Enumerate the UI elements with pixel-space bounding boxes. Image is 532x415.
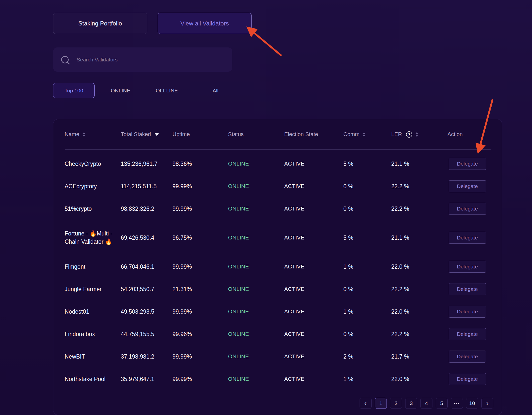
help-circle-icon[interactable]: ? bbox=[406, 131, 412, 138]
pagination-prev-button[interactable]: ‹ bbox=[360, 398, 372, 409]
cell-ler: 22.0 % bbox=[391, 376, 447, 383]
cell-comm: 5 % bbox=[343, 234, 391, 241]
cell-action: Delegate bbox=[447, 283, 489, 295]
filter-tab-online[interactable]: ONLINE bbox=[111, 83, 130, 98]
filter-tabs: Top 100ONLINEOFFLINEAll bbox=[53, 83, 218, 98]
pagination-page-1[interactable]: 1 bbox=[375, 398, 387, 409]
cell-comm: 0 % bbox=[343, 286, 391, 293]
cell-uptime: 99.99% bbox=[172, 183, 228, 190]
table-row-nodest01: Nodest0149,503,293.599.99%ONLINEACTIVE1 … bbox=[53, 300, 502, 323]
cell-action: Delegate bbox=[447, 158, 489, 170]
cell-name: Fortune - 🔥Multi -Chain Validator 🔥 bbox=[65, 229, 121, 246]
cell-name: Fimgent bbox=[65, 263, 121, 271]
cell-total-staked: 44,759,155.5 bbox=[121, 331, 172, 338]
annotation-arrow-view-all bbox=[249, 28, 281, 56]
cell-election-state: ACTIVE bbox=[284, 234, 343, 241]
column-label: Uptime bbox=[172, 131, 190, 138]
column-label: Action bbox=[447, 131, 463, 138]
cell-uptime: 21.31% bbox=[172, 286, 228, 293]
cell-election-state: ACTIVE bbox=[284, 331, 343, 337]
filter-tab-offline[interactable]: OFFLINE bbox=[156, 83, 178, 98]
column-header-comm[interactable]: Comm bbox=[343, 131, 391, 138]
search-icon bbox=[61, 56, 69, 63]
cell-total-staked: 66,704,046.1 bbox=[121, 263, 172, 270]
search-box[interactable] bbox=[53, 47, 232, 72]
cell-uptime: 96.75% bbox=[172, 234, 228, 241]
cell-status: ONLINE bbox=[228, 376, 284, 382]
cell-total-staked: 37,198,981.2 bbox=[121, 353, 172, 360]
validators-table-card: NameTotal StakedUptimeStatusElection Sta… bbox=[53, 119, 502, 415]
column-header-total-staked[interactable]: Total Staked bbox=[121, 131, 172, 138]
cell-name: Jungle Farmer bbox=[65, 285, 121, 293]
sort-arrows-icon bbox=[363, 132, 366, 137]
cell-total-staked: 49,503,293.5 bbox=[121, 308, 172, 315]
delegate-button[interactable]: Delegate bbox=[449, 180, 486, 192]
cell-action: Delegate bbox=[447, 261, 489, 273]
cell-total-staked: 54,203,550.7 bbox=[121, 286, 172, 293]
delegate-button[interactable]: Delegate bbox=[449, 203, 486, 215]
table-row-fortune-multi-chain-validator: Fortune - 🔥Multi -Chain Validator 🔥69,42… bbox=[53, 220, 502, 255]
column-header-ler[interactable]: LER? bbox=[391, 131, 447, 138]
pagination-page-5[interactable]: 5 bbox=[436, 398, 448, 409]
cell-action: Delegate bbox=[447, 328, 489, 340]
pagination-ellipsis[interactable]: ••• bbox=[451, 398, 463, 409]
column-label: Election State bbox=[284, 131, 318, 138]
cell-status: ONLINE bbox=[228, 308, 284, 315]
pagination-next-button[interactable]: › bbox=[481, 398, 493, 409]
pagination-page-3[interactable]: 3 bbox=[405, 398, 417, 409]
column-header-status: Status bbox=[228, 131, 284, 138]
tab-staking-portfolio[interactable]: Staking Portfolio bbox=[53, 13, 147, 34]
validator-rows: CheekyCrypto135,236,961.798.36%ONLINEACT… bbox=[53, 150, 502, 390]
cell-status: ONLINE bbox=[228, 263, 284, 270]
cell-ler: 21.7 % bbox=[391, 353, 447, 360]
cell-comm: 1 % bbox=[343, 308, 391, 315]
cell-ler: 22.2 % bbox=[391, 183, 447, 190]
search-input[interactable] bbox=[76, 56, 224, 63]
pagination-page-10[interactable]: 10 bbox=[466, 398, 478, 409]
column-header-election-state: Election State bbox=[284, 131, 343, 138]
table-row-northstake-pool: Northstake Pool35,979,647.199.99%ONLINEA… bbox=[53, 368, 502, 390]
cell-total-staked: 35,979,647.1 bbox=[121, 376, 172, 383]
cell-status: ONLINE bbox=[228, 286, 284, 292]
cell-action: Delegate bbox=[447, 232, 489, 244]
cell-action: Delegate bbox=[447, 203, 489, 215]
cell-comm: 1 % bbox=[343, 263, 391, 270]
cell-election-state: ACTIVE bbox=[284, 206, 343, 212]
tab-view-all-validators[interactable]: View all Validators bbox=[158, 13, 252, 34]
sort-arrows-icon bbox=[415, 132, 418, 137]
delegate-button[interactable]: Delegate bbox=[449, 373, 486, 385]
table-row-cheekycrypto: CheekyCrypto135,236,961.798.36%ONLINEACT… bbox=[53, 153, 502, 175]
cell-name: 51%crypto bbox=[65, 205, 121, 213]
cell-name: Northstake Pool bbox=[65, 375, 121, 383]
cell-name: Findora box bbox=[65, 330, 121, 338]
pagination: ‹12345•••10› bbox=[53, 398, 493, 409]
column-header-name[interactable]: Name bbox=[65, 131, 121, 138]
delegate-button[interactable]: Delegate bbox=[449, 261, 486, 273]
cell-name: NewBIT bbox=[65, 353, 121, 361]
cell-uptime: 99.99% bbox=[172, 353, 228, 360]
cell-name: Nodest01 bbox=[65, 308, 121, 316]
filter-tab-all[interactable]: All bbox=[213, 83, 218, 98]
delegate-button[interactable]: Delegate bbox=[449, 306, 486, 318]
cell-ler: 21.1 % bbox=[391, 161, 447, 167]
cell-status: ONLINE bbox=[228, 183, 284, 190]
cell-election-state: ACTIVE bbox=[284, 353, 343, 360]
delegate-button[interactable]: Delegate bbox=[449, 283, 486, 295]
delegate-button[interactable]: Delegate bbox=[449, 351, 486, 363]
cell-action: Delegate bbox=[447, 306, 489, 318]
delegate-button[interactable]: Delegate bbox=[449, 328, 486, 340]
delegate-button[interactable]: Delegate bbox=[449, 158, 486, 170]
table-row-51-crypto: 51%crypto98,832,326.299.99%ONLINEACTIVE0… bbox=[53, 198, 502, 220]
pagination-page-4[interactable]: 4 bbox=[420, 398, 432, 409]
delegate-button[interactable]: Delegate bbox=[449, 232, 486, 244]
cell-ler: 22.2 % bbox=[391, 286, 447, 293]
table-row-fimgent: Fimgent66,704,046.199.99%ONLINEACTIVE1 %… bbox=[53, 255, 502, 278]
cell-ler: 21.1 % bbox=[391, 234, 447, 241]
cell-action: Delegate bbox=[447, 180, 489, 192]
cell-election-state: ACTIVE bbox=[284, 183, 343, 190]
cell-election-state: ACTIVE bbox=[284, 376, 343, 382]
cell-election-state: ACTIVE bbox=[284, 286, 343, 292]
cell-comm: 0 % bbox=[343, 183, 391, 190]
pagination-page-2[interactable]: 2 bbox=[390, 398, 402, 409]
filter-tab-top-100[interactable]: Top 100 bbox=[53, 83, 95, 98]
